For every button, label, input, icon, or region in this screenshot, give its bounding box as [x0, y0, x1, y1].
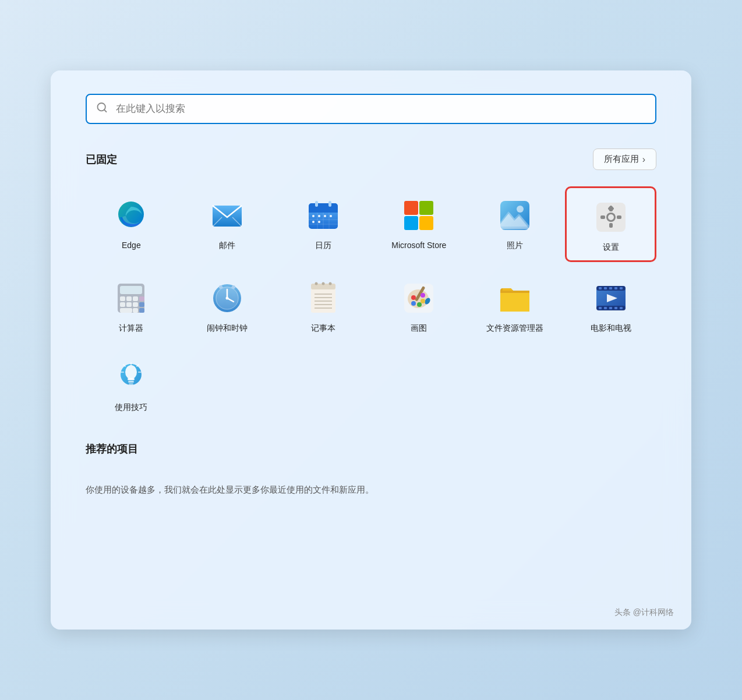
recommended-section: 推荐的项目 你使用的设备越多，我们就会在此处显示更多你最近使用的文件和新应用。 — [86, 442, 656, 497]
svg-rect-92 — [599, 287, 602, 289]
svg-line-1 — [104, 109, 107, 112]
svg-rect-24 — [419, 201, 433, 215]
edge-label: Edge — [122, 240, 141, 250]
svg-point-17 — [330, 215, 332, 217]
settings-icon — [592, 199, 630, 236]
app-calculator[interactable]: 计算器 — [86, 269, 177, 341]
svg-point-30 — [517, 206, 524, 213]
app-clock[interactable]: 闹钟和时钟 — [182, 269, 273, 341]
svg-point-81 — [411, 301, 416, 306]
svg-line-109 — [137, 365, 139, 366]
search-input[interactable] — [86, 94, 656, 124]
explorer-label: 文件资源管理器 — [486, 323, 543, 333]
search-icon — [96, 102, 108, 116]
svg-point-104 — [125, 365, 137, 379]
app-store[interactable]: Microsoft Store — [373, 186, 465, 262]
watermark: 头条 @计科网络 — [614, 607, 674, 618]
svg-rect-52 — [139, 302, 144, 307]
notepad-label: 记事本 — [311, 323, 335, 333]
svg-point-62 — [219, 285, 222, 289]
apps-grid: Edge 邮件 — [86, 186, 656, 421]
svg-line-111 — [123, 365, 125, 366]
svg-rect-105 — [128, 378, 135, 380]
svg-point-19 — [318, 221, 320, 223]
svg-rect-97 — [599, 307, 602, 309]
app-notepad[interactable]: 记事本 — [277, 269, 369, 341]
svg-point-61 — [225, 297, 228, 300]
svg-point-83 — [421, 299, 425, 303]
svg-rect-49 — [120, 302, 125, 307]
svg-rect-26 — [419, 216, 433, 230]
svg-point-14 — [312, 215, 315, 217]
svg-point-82 — [417, 302, 422, 307]
explorer-icon — [496, 280, 533, 317]
recommended-title: 推荐的项目 — [86, 442, 138, 456]
svg-point-80 — [411, 295, 416, 300]
app-settings[interactable]: 设置 — [565, 186, 656, 262]
clock-icon — [209, 280, 246, 317]
svg-rect-99 — [609, 307, 612, 309]
app-explorer[interactable]: 文件资源管理器 — [469, 269, 561, 341]
svg-rect-55 — [139, 308, 144, 313]
svg-rect-46 — [126, 296, 132, 301]
app-photos[interactable]: 照片 — [469, 186, 561, 262]
all-apps-label: 所有应用 — [604, 154, 639, 165]
svg-rect-98 — [604, 307, 607, 309]
svg-rect-54 — [133, 308, 138, 313]
svg-rect-87 — [500, 293, 529, 312]
calculator-label: 计算器 — [119, 323, 143, 333]
app-tips[interactable]: 使用技巧 — [86, 348, 177, 420]
mail-label: 邮件 — [219, 240, 235, 250]
svg-point-69 — [321, 282, 324, 285]
svg-point-68 — [315, 282, 317, 285]
svg-rect-44 — [120, 286, 142, 294]
svg-line-65 — [231, 287, 232, 288]
calendar-label: 日历 — [315, 240, 331, 250]
svg-rect-96 — [620, 287, 623, 289]
svg-rect-107 — [129, 383, 133, 385]
svg-rect-106 — [128, 381, 134, 383]
svg-rect-93 — [604, 287, 607, 289]
app-calendar[interactable]: 日历 — [277, 186, 369, 262]
svg-rect-45 — [120, 296, 125, 301]
search-bar-wrapper — [86, 94, 656, 124]
svg-point-70 — [328, 282, 331, 285]
photos-icon — [496, 197, 533, 234]
svg-line-64 — [222, 287, 223, 288]
calculator-icon — [112, 280, 150, 317]
svg-point-15 — [318, 215, 320, 217]
pinned-section-header: 已固定 所有应用 › — [86, 149, 656, 170]
svg-rect-37 — [600, 215, 605, 219]
paint-icon — [400, 280, 437, 317]
app-movies[interactable]: 电影和电视 — [565, 269, 656, 341]
svg-rect-36 — [609, 223, 613, 228]
svg-rect-8 — [309, 210, 338, 213]
store-label: Microsoft Store — [391, 240, 446, 250]
edge-icon — [112, 197, 150, 234]
svg-rect-48 — [139, 296, 144, 301]
photos-label: 照片 — [507, 240, 523, 250]
recommended-header: 推荐的项目 — [86, 442, 656, 466]
app-mail[interactable]: 邮件 — [182, 186, 273, 262]
svg-rect-47 — [133, 296, 138, 301]
svg-point-18 — [312, 221, 315, 223]
app-edge[interactable]: Edge — [86, 186, 177, 262]
app-paint[interactable]: 画图 — [373, 269, 465, 341]
store-icon — [400, 197, 437, 234]
all-apps-button[interactable]: 所有应用 › — [593, 149, 656, 170]
svg-rect-95 — [614, 287, 617, 289]
svg-rect-25 — [404, 216, 418, 230]
svg-rect-20 — [315, 201, 318, 207]
svg-rect-94 — [609, 287, 612, 289]
svg-point-84 — [421, 293, 425, 298]
svg-rect-21 — [328, 201, 331, 207]
svg-rect-23 — [404, 201, 418, 215]
svg-rect-50 — [126, 302, 132, 307]
svg-point-34 — [608, 214, 614, 220]
tips-icon — [112, 359, 150, 396]
recommended-description: 你使用的设备越多，我们就会在此处显示更多你最近使用的文件和新应用。 — [86, 483, 656, 497]
clock-label: 闹钟和时钟 — [207, 323, 248, 333]
settings-label: 设置 — [603, 242, 619, 252]
mail-icon — [209, 197, 246, 234]
svg-rect-53 — [120, 308, 132, 313]
